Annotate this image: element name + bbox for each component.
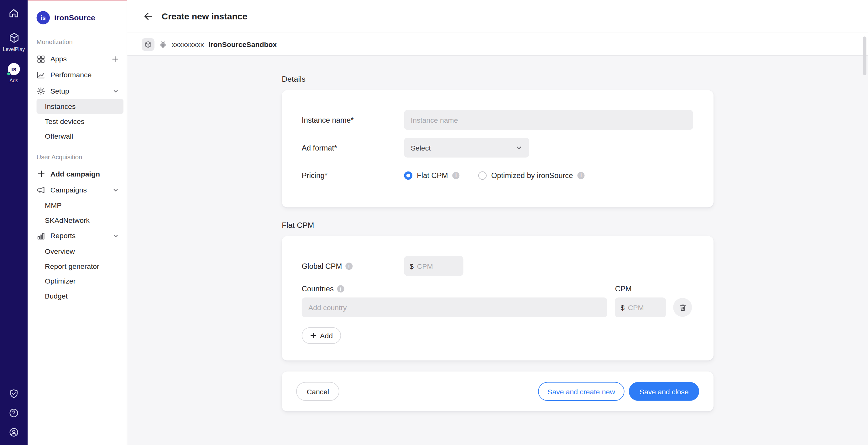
chevron-down-icon[interactable] (113, 186, 119, 193)
pricing-flat-cpm-option[interactable]: Flat CPM i (404, 171, 460, 179)
page-title: Create new instance (162, 11, 247, 21)
sidebar-item-label: Test devices (45, 117, 84, 126)
save-and-close-button[interactable]: Save and close (629, 382, 699, 401)
chevron-down-icon[interactable] (113, 88, 119, 94)
sidebar-item-label: SKAdNetwork (45, 216, 90, 225)
rail-item-ads[interactable]: is Ads (8, 63, 20, 83)
rail-item-label: Ads (9, 78, 18, 83)
shield-icon[interactable] (9, 389, 19, 399)
ironsource-logo-icon: is (37, 11, 50, 24)
info-icon[interactable]: i (453, 172, 460, 179)
info-icon[interactable]: i (345, 262, 352, 269)
levelplay-icon (8, 32, 20, 43)
brand-name: ironSource (54, 13, 95, 22)
sidebar-item-performance[interactable]: Performance (28, 67, 127, 83)
sidebar-item-reports[interactable]: Reports (28, 228, 127, 244)
sidebar-item-offerwall[interactable]: Offerwall (28, 129, 127, 144)
sidebar-item-label: Performance (51, 71, 92, 79)
footer-actions-card: Cancel Save and create new Save and clos… (282, 372, 714, 411)
app-context-bar: xxxxxxxxx IronSourceSandbox (127, 33, 868, 56)
sidebar-item-label: Budget (45, 292, 68, 300)
info-icon[interactable]: i (578, 172, 585, 179)
instance-name-label: Instance name* (302, 116, 404, 124)
account-icon[interactable] (9, 427, 19, 438)
ad-format-select[interactable]: Select (404, 138, 529, 158)
cpm-column-label: CPM (615, 285, 632, 293)
add-app-icon[interactable] (111, 55, 119, 63)
sidebar-item-setup[interactable]: Setup (28, 83, 127, 99)
product-rail: LevelPlay is Ads (0, 0, 28, 445)
sidebar-item-label: Instances (45, 102, 75, 110)
global-cpm-row: Global CPM i $ (302, 256, 693, 276)
help-icon[interactable] (9, 408, 19, 418)
sidebar-item-label: Reports (51, 232, 75, 240)
ironsource-ads-icon: is (8, 63, 20, 75)
apps-grid-icon (37, 55, 45, 63)
pricing-label: Pricing* (302, 171, 404, 179)
main-area: Create new instance xxxxxxxxx IronSource… (127, 0, 868, 445)
info-icon[interactable]: i (337, 285, 344, 293)
rail-item-label: LevelPlay (3, 46, 25, 52)
chevron-down-icon (516, 144, 523, 151)
cancel-button[interactable]: Cancel (296, 382, 340, 401)
rail-bottom (9, 389, 19, 437)
performance-chart-icon (37, 70, 45, 79)
global-cpm-input[interactable] (417, 262, 458, 270)
instance-name-input[interactable] (404, 110, 693, 130)
sidebar-item-campaigns[interactable]: Campaigns (28, 182, 127, 198)
currency-symbol: $ (620, 303, 624, 311)
add-country-button[interactable]: Add (302, 327, 341, 344)
countries-header: Countries i CPM (302, 285, 693, 293)
required-asterisk: * (334, 143, 337, 151)
sidebar-item-label: Optimizer (45, 277, 75, 285)
back-arrow-icon[interactable] (142, 10, 154, 23)
sidebar-item-mmp[interactable]: MMP (28, 198, 127, 213)
trash-icon (678, 303, 687, 311)
ad-format-label: Ad format* (302, 143, 404, 151)
app-window: LevelPlay is Ads is ironSource (0, 0, 868, 445)
plus-icon (310, 332, 316, 339)
sidebar-item-label: Report generator (45, 262, 99, 270)
sidebar-item-instances[interactable]: Instances (37, 99, 123, 114)
save-and-create-new-button[interactable]: Save and create new (538, 382, 624, 401)
sidebar-item-label: Offerwall (45, 132, 73, 140)
sidebar-item-add-campaign[interactable]: Add campaign (28, 166, 127, 182)
brand[interactable]: is ironSource (28, 1, 127, 25)
sidebar-item-overview[interactable]: Overview (28, 244, 127, 259)
details-card: Instance name* Ad format* Select (282, 90, 714, 207)
app-cube-icon[interactable] (142, 38, 154, 51)
section-label-user-acquisition: User Acquisition (37, 153, 127, 160)
gear-icon (37, 87, 45, 95)
countries-label: Countries i (302, 285, 615, 293)
sidebar-item-apps[interactable]: Apps (28, 51, 127, 67)
home-icon[interactable] (8, 8, 19, 19)
radio-selected-icon[interactable] (404, 171, 412, 179)
sidebar-item-skadnetwork[interactable]: SKAdNetwork (28, 213, 127, 228)
sidebar-item-report-generator[interactable]: Report generator (28, 259, 127, 274)
sidebar-item-optimizer[interactable]: Optimizer (28, 274, 127, 288)
bar-chart-icon (37, 231, 45, 240)
ad-format-value: Select (411, 143, 431, 151)
scrollbar-thumb[interactable] (863, 37, 866, 75)
form-column: Details Instance name* Ad format* (282, 56, 714, 445)
sidebar-item-budget[interactable]: Budget (28, 288, 127, 304)
details-section-title: Details (282, 74, 714, 83)
add-country-input[interactable] (302, 297, 607, 317)
delete-row-button[interactable] (673, 298, 692, 317)
chevron-down-icon[interactable] (113, 233, 119, 239)
ads-logo-glyph: is (11, 66, 16, 72)
sidebar-item-label: Apps (51, 55, 67, 63)
rail-item-levelplay[interactable]: LevelPlay (3, 32, 25, 52)
app-name: IronSourceSandbox (208, 40, 277, 48)
sidebar: is ironSource Monetization Apps Performa… (28, 0, 127, 445)
country-cpm-row: $ (302, 297, 693, 317)
country-cpm-input[interactable] (628, 303, 660, 311)
pricing-optimized-option[interactable]: Optimized by ironSource i (478, 171, 585, 179)
sidebar-item-test-devices[interactable]: Test devices (28, 114, 127, 129)
sidebar-item-label: Add campaign (51, 170, 100, 178)
radio-unselected-icon[interactable] (478, 171, 487, 179)
content-scroll-area[interactable]: Details Instance name* Ad format* (127, 56, 868, 445)
global-cpm-input-group: $ (404, 256, 463, 276)
sidebar-item-label: Campaigns (51, 186, 87, 194)
plus-icon (37, 169, 45, 178)
